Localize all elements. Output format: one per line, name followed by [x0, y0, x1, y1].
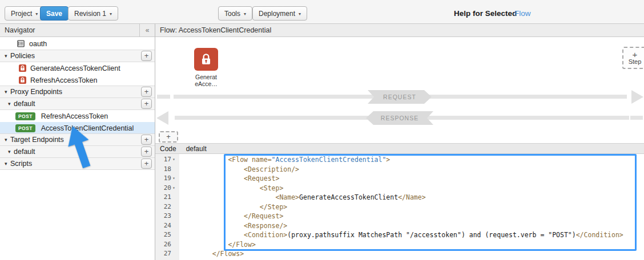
add-button[interactable]: +: [141, 147, 152, 157]
code-text[interactable]: <Description/>: [179, 165, 299, 174]
code-text[interactable]: </Flow>: [179, 240, 256, 250]
caret-down-icon[interactable]: ▾: [5, 161, 10, 166]
sidebar-item-label: Scripts: [10, 160, 32, 168]
collapse-panel-button[interactable]: «: [139, 24, 155, 36]
sidebar-item-scripts[interactable]: ▾Scripts+: [0, 157, 155, 170]
fold-caret-icon[interactable]: ▾: [172, 184, 178, 193]
proxy-editor-window: Project ▾ Save Revision 1 ▾ Tools ▾ Depl…: [0, 0, 644, 260]
code-line-25[interactable]: 25 <Condition>(proxy.pathsuffix MatchesP…: [155, 230, 644, 240]
line-number[interactable]: 26: [155, 240, 179, 250]
policy-node-label: Generat eAcce…: [190, 74, 222, 87]
code-text[interactable]: <Flow name="AccessTokenClientCredential"…: [179, 155, 390, 165]
line-number[interactable]: 25: [155, 230, 179, 240]
code-line-18[interactable]: 18 <Description/>: [155, 165, 644, 174]
code-text[interactable]: <Name>GenerateAccessTokenClient</Name>: [179, 193, 426, 202]
code-line-27[interactable]: 27 </Flows>: [155, 249, 644, 259]
code-tabbar: Code default: [155, 143, 644, 154]
sidebar-item-default[interactable]: ▾default+: [0, 145, 155, 158]
code-text[interactable]: <Step>: [179, 184, 283, 193]
code-line-17[interactable]: 17▾ <Flow name="AccessTokenClientCredent…: [155, 155, 644, 165]
add-step-label: Step: [629, 58, 642, 66]
caret-down-icon: ▾: [110, 11, 112, 17]
sidebar-item-target-endpoints[interactable]: ▾Target Endpoints+: [0, 133, 155, 146]
caret-down-icon[interactable]: ▾: [8, 149, 14, 155]
project-menu-button[interactable]: Project ▾: [5, 6, 44, 21]
add-button[interactable]: +: [141, 159, 152, 169]
flow-header: Flow: AccessTokenClientCredential: [155, 24, 644, 37]
sidebar-item-label: Target Endpoints: [10, 136, 64, 144]
line-number[interactable]: 18: [155, 165, 179, 174]
sidebar-item-label: RefreshAccessToken: [41, 112, 108, 120]
code-text[interactable]: <Condition>(proxy.pathsuffix MatchesPath…: [179, 230, 623, 240]
sidebar-item-generateaccesstokenclient[interactable]: GenerateAccessTokenClient: [0, 62, 155, 74]
line-number[interactable]: 20▾: [155, 184, 179, 193]
add-button[interactable]: +: [141, 135, 152, 145]
fold-caret-icon[interactable]: ▾: [172, 155, 178, 165]
code-text[interactable]: <Response/>: [179, 221, 287, 231]
code-line-23[interactable]: 23 </Request>: [155, 212, 644, 221]
code-text[interactable]: <Request>: [179, 174, 279, 184]
caret-down-icon[interactable]: ▾: [5, 137, 10, 143]
help-flow-link[interactable]: Flow: [514, 9, 531, 18]
sidebar-item-policies[interactable]: ▾Policies+: [0, 50, 155, 62]
sidebar-item-label: oauth: [29, 40, 47, 48]
code-text[interactable]: </Request>: [179, 212, 283, 221]
deployment-menu-label: Deployment: [259, 10, 295, 18]
sidebar-item-label: Proxy Endpoints: [10, 88, 62, 96]
code-line-20[interactable]: 20▾ <Step>: [155, 184, 644, 193]
tools-menu-button[interactable]: Tools ▾: [218, 6, 252, 21]
caret-down-icon[interactable]: ▾: [8, 101, 14, 107]
tab-default[interactable]: default: [186, 145, 207, 153]
sidebar-item-refreshaccesstoken[interactable]: POSTRefreshAccessToken: [0, 110, 155, 122]
sidebar-item-default[interactable]: ▾default+: [0, 98, 155, 110]
flow-diagram: Generat eAcce… + Step REQUEST: [155, 37, 644, 143]
policy-node-generateaccesstokenclient[interactable]: Generat eAcce…: [190, 48, 222, 87]
code-line-21[interactable]: 21 <Name>GenerateAccessTokenClient</Name…: [155, 193, 644, 202]
caret-down-icon[interactable]: ▾: [5, 89, 10, 95]
project-menu-label: Project: [11, 10, 32, 18]
sidebar-item-accesstokenclientcredential[interactable]: POSTAccessTokenClientCredential: [0, 122, 155, 134]
sidebar-item-label: AccessTokenClientCredential: [41, 124, 134, 132]
code-line-22[interactable]: 22 </Step>: [155, 202, 644, 212]
line-number[interactable]: 19▾: [155, 174, 179, 184]
code-line-19[interactable]: 19▾ <Request>: [155, 174, 644, 184]
deployment-menu-button[interactable]: Deployment ▾: [252, 6, 307, 21]
toolbar: Project ▾ Save Revision 1 ▾ Tools ▾ Depl…: [0, 0, 644, 24]
sidebar-item-label: GenerateAccessTokenClient: [30, 64, 120, 72]
plus-icon: +: [633, 51, 638, 58]
line-number[interactable]: 23: [155, 212, 179, 221]
line-number[interactable]: 24: [155, 221, 179, 231]
code-editor[interactable]: 17▾ <Flow name="AccessTokenClientCredent…: [155, 154, 644, 260]
bundle-icon: [17, 40, 25, 47]
tools-menu-label: Tools: [224, 10, 240, 18]
sidebar-item-proxy-endpoints[interactable]: ▾Proxy Endpoints+: [0, 86, 155, 98]
add-button[interactable]: +: [141, 99, 152, 109]
request-arrow-icon: [631, 90, 643, 104]
revision-menu-button[interactable]: Revision 1 ▾: [68, 6, 118, 21]
sidebar-item-oauth[interactable]: oauth: [0, 37, 155, 50]
sidebar-item-label: RefreshAccessToken: [30, 76, 97, 84]
response-banner: RESPONSE: [366, 111, 433, 125]
line-number[interactable]: 22: [155, 202, 179, 212]
caret-down-icon[interactable]: ▾: [5, 53, 10, 59]
tab-code[interactable]: Code: [160, 145, 176, 153]
fold-caret-icon[interactable]: ▾: [172, 174, 178, 184]
line-number[interactable]: 21: [155, 193, 179, 202]
save-button[interactable]: Save: [40, 6, 69, 21]
sidebar-item-refreshaccesstoken[interactable]: RefreshAccessToken: [0, 74, 155, 86]
code-line-26[interactable]: 26 </Flow>: [155, 240, 644, 250]
add-flow-button[interactable]: +: [159, 131, 178, 143]
add-button[interactable]: +: [141, 51, 152, 61]
line-number[interactable]: 17▾: [155, 155, 179, 165]
add-button[interactable]: +: [141, 87, 152, 97]
code-text[interactable]: </Step>: [179, 202, 287, 212]
code-line-24[interactable]: 24 <Response/>: [155, 221, 644, 231]
code-text[interactable]: </Flows>: [179, 249, 244, 259]
caret-down-icon: ▾: [244, 11, 246, 17]
sidebar-item-label: Policies: [10, 52, 35, 60]
add-step-button[interactable]: + Step: [622, 47, 644, 69]
caret-down-icon: ▾: [35, 11, 38, 17]
flow-panel: Flow: AccessTokenClientCredential Genera…: [155, 24, 644, 260]
line-number[interactable]: 27: [155, 249, 179, 259]
save-button-label: Save: [46, 10, 62, 18]
